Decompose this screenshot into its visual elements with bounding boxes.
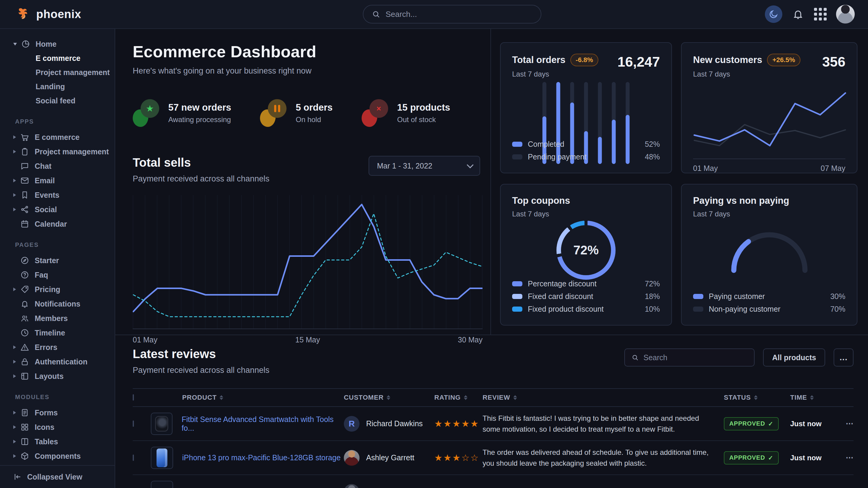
sidebar-subitem-e-commerce[interactable]: E commerce [0, 51, 115, 65]
main-content: Ecommerce Dashboard Here's what's going … [115, 29, 868, 488]
sidebar-item-chat[interactable]: Chat [0, 159, 115, 173]
sort-icon [754, 395, 757, 400]
sidebar-item-home[interactable]: Home [0, 37, 115, 51]
stat-circle-shape: ★ [141, 99, 159, 118]
table-row: Fitbit Sense Advanced Smartwatch with To… [133, 407, 854, 441]
sidebar-item-label: Email [35, 176, 55, 185]
sidebar-item-icons[interactable]: Icons [0, 420, 115, 434]
sidebar-item-starter[interactable]: Starter [0, 253, 115, 268]
sidebar-item-errors[interactable]: Errors [0, 340, 115, 355]
customer-avatar [344, 484, 360, 488]
reviews-table: PRODUCTCUSTOMERRATINGREVIEWSTATUSTIME Fi… [133, 388, 854, 488]
sidebar-subitem-social-feed[interactable]: Social feed [0, 94, 115, 108]
legend-swatch [693, 306, 703, 312]
row-checkbox[interactable] [133, 455, 134, 461]
product-link[interactable]: Fitbit Sense Advanced Smartwatch with To… [182, 415, 344, 432]
column-header-customer[interactable]: CUSTOMER [344, 394, 434, 401]
row-checkbox-cell [133, 455, 151, 461]
column-header-time[interactable]: TIME [790, 394, 835, 401]
smartwatch-image [155, 416, 168, 432]
reviews-more-button[interactable]: ... [834, 349, 854, 366]
select-all-checkbox[interactable] [133, 394, 134, 400]
axis-label-end: 07 May [820, 164, 845, 173]
bookmark-icon [20, 191, 29, 199]
sidebar-item-social[interactable]: Social [0, 202, 115, 217]
row-menu-cell: ⋯ [835, 453, 854, 462]
caret-down-icon [13, 43, 17, 45]
sidebar-subitem-label: E commerce [36, 54, 81, 63]
sidebar-item-timeline[interactable]: Timeline [0, 326, 115, 340]
global-search-input[interactable] [385, 10, 532, 19]
sidebar-item-members[interactable]: Members [0, 311, 115, 326]
total-orders-period: Last 7 days [512, 70, 598, 78]
new-customers-title: New customers [693, 55, 762, 65]
total-orders-legend: Completed52%Pending payment48% [512, 138, 660, 163]
legend-item-paying-customer: Paying customer30% [693, 290, 845, 303]
page-title: Ecommerce Dashboard [133, 42, 480, 61]
new-customers-value: 356 [822, 54, 845, 70]
stat-circle-shape [268, 99, 286, 118]
sidebar-item-email[interactable]: Email [0, 173, 115, 188]
sidebar-item-tables[interactable]: Tables [0, 434, 115, 449]
column-header-label: CUSTOMER [344, 394, 390, 401]
sidebar-subitem-project-management[interactable]: Project management [0, 65, 115, 79]
legend-value: 30% [830, 292, 845, 301]
total-orders-title: Total orders [512, 55, 565, 65]
sidebar-item-events[interactable]: Events [0, 188, 115, 202]
reviews-search[interactable] [624, 349, 754, 366]
legend-value: 10% [645, 305, 660, 314]
legend-item-percentage-discount: Percentage discount72% [512, 277, 660, 290]
page-subtitle: Here's what's going on at your business … [133, 66, 480, 76]
column-header-status[interactable]: STATUS [724, 394, 790, 401]
sort-icon [513, 395, 517, 400]
reviews-search-input[interactable] [644, 353, 748, 362]
sidebar-item-forms[interactable]: Forms [0, 405, 115, 420]
top-coupons-card: Top coupons Last 7 days 72% Percent [500, 184, 672, 326]
row-checkbox-cell [133, 421, 151, 426]
review-cell: The order was delivered ahead of schedul… [483, 447, 724, 469]
column-header-product[interactable]: PRODUCT [151, 394, 344, 401]
sidebar-item-label: E commerce [35, 133, 80, 142]
sidebar-item-label: Faq [35, 271, 48, 280]
review-text: This Fitbit is fantastic! I was trying t… [483, 413, 715, 435]
sidebar-item-components[interactable]: Components [0, 449, 115, 463]
column-header-review[interactable]: REVIEW [483, 394, 724, 401]
collapsed-view-toggle[interactable]: Collapsed View [0, 465, 115, 488]
row-more-button[interactable]: ⋯ [846, 453, 854, 462]
all-products-button[interactable]: All products [763, 349, 825, 366]
sidebar-item-pricing[interactable]: Pricing [0, 282, 115, 297]
row-checkbox[interactable] [133, 421, 134, 427]
sidebar-item-label: Notifications [35, 300, 80, 308]
product-link[interactable]: iPhone 13 pro max-Pacific Blue-128GB sto… [182, 453, 341, 462]
global-search[interactable] [363, 5, 541, 24]
status-badge: APPROVED✓ [724, 451, 779, 464]
sidebar-item-notifications[interactable]: Notifications [0, 297, 115, 311]
sidebar: HomeE commerceProject managementLandingS… [0, 29, 115, 488]
sidebar-item-label: Home [36, 40, 56, 48]
caret-right-icon [13, 360, 16, 363]
stat-caption: On hold [296, 116, 332, 124]
sidebar-item-e-commerce[interactable]: E commerce [0, 130, 115, 144]
row-more-button[interactable]: ⋯ [846, 419, 854, 428]
dashboard-top-section: Ecommerce Dashboard Here's what's going … [115, 29, 868, 335]
column-header-rating[interactable]: RATING [434, 394, 483, 401]
product-cell: Fitbit Sense Advanced Smartwatch with To… [151, 413, 344, 435]
sidebar-nav: HomeE commerceProject managementLandingS… [0, 37, 115, 465]
pause-icon [274, 105, 280, 112]
sidebar-item-layouts[interactable]: Layouts [0, 369, 115, 383]
clipboard-icon [20, 147, 29, 156]
sidebar-item-authentication[interactable]: Authentication [0, 355, 115, 369]
top-coupons-center-value: 72% [574, 243, 599, 257]
notifications-button[interactable] [792, 7, 805, 21]
sidebar-item-calendar[interactable]: Calendar [0, 217, 115, 231]
apps-grid-button[interactable] [814, 7, 827, 21]
sidebar-subitem-landing[interactable]: Landing [0, 79, 115, 94]
status-cell: APPROVED✓ [724, 451, 790, 464]
brand[interactable]: phoenix [16, 6, 81, 22]
profile-avatar[interactable] [836, 5, 855, 24]
legend-item-pending-payment: Pending payment48% [512, 151, 660, 163]
sidebar-item-project-management[interactable]: Project management [0, 144, 115, 159]
theme-toggle-button[interactable] [765, 5, 782, 23]
date-range-select[interactable]: Mar 1 - 31, 2022 [369, 156, 480, 176]
sidebar-item-faq[interactable]: Faq [0, 268, 115, 282]
